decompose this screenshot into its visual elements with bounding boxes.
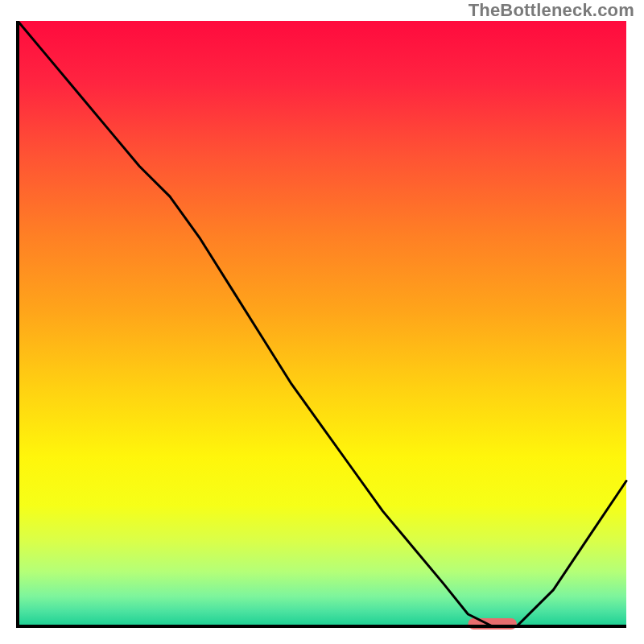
chart-container: TheBottleneck.com	[0, 0, 644, 644]
watermark-text: TheBottleneck.com	[469, 0, 634, 21]
chart-background	[18, 21, 626, 626]
chart-svg	[14, 21, 630, 630]
chart-plot	[14, 21, 630, 630]
